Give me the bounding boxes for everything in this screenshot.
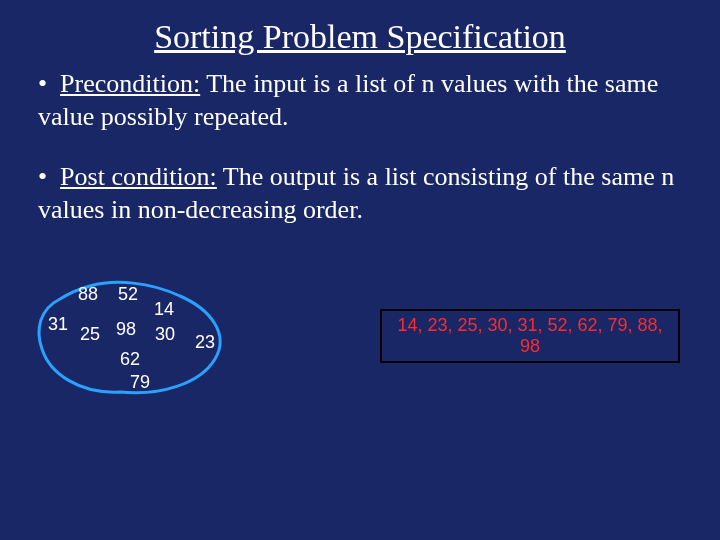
scatter-value: 52 bbox=[118, 284, 138, 305]
precondition-label: Precondition: bbox=[60, 69, 200, 98]
slide-title: Sorting Problem Specification bbox=[0, 0, 720, 68]
bullet-icon: • bbox=[38, 161, 54, 194]
slide-body: • Precondition: The input is a list of n… bbox=[0, 68, 720, 226]
bullet-icon: • bbox=[38, 68, 54, 101]
scatter-value: 25 bbox=[80, 324, 100, 345]
scatter-value: 30 bbox=[155, 324, 175, 345]
postcondition-paragraph: • Post condition: The output is a list c… bbox=[38, 161, 682, 226]
sorted-output-box: 14, 23, 25, 30, 31, 52, 62, 79, 88, 98 bbox=[380, 309, 680, 363]
scatter-value: 98 bbox=[116, 319, 136, 340]
scatter-value: 31 bbox=[48, 314, 68, 335]
precondition-paragraph: • Precondition: The input is a list of n… bbox=[38, 68, 682, 133]
scatter-value: 23 bbox=[195, 332, 215, 353]
postcondition-label: Post condition: bbox=[60, 162, 217, 191]
scatter-value: 88 bbox=[78, 284, 98, 305]
scatter-value: 79 bbox=[130, 372, 150, 393]
sorted-output-text: 14, 23, 25, 30, 31, 52, 62, 79, 88, 98 bbox=[397, 315, 662, 356]
diagram-area: 88 52 14 31 25 98 30 23 62 79 14, 23, 25… bbox=[0, 254, 720, 434]
unsorted-blob: 88 52 14 31 25 98 30 23 62 79 bbox=[30, 274, 240, 404]
scatter-value: 14 bbox=[154, 299, 174, 320]
scatter-value: 62 bbox=[120, 349, 140, 370]
